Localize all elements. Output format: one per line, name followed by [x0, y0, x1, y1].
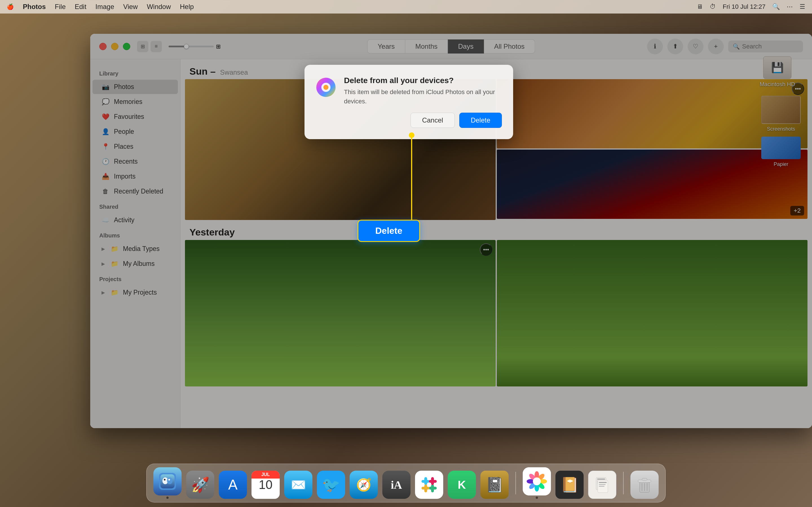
svg-rect-13	[429, 487, 437, 490]
notebooks-icon: 📓	[480, 471, 509, 499]
svg-point-8	[168, 479, 170, 481]
menubar-file[interactable]: File	[55, 3, 66, 11]
dock-item-appstore[interactable]: A	[219, 471, 247, 499]
menubar: 🍎 Photos File Edit Image View Window Hel…	[0, 0, 812, 13]
calendar-icon: JUL 10	[252, 471, 280, 499]
svg-rect-17	[431, 477, 434, 485]
dialog-overlay: Delete from all your devices? This item …	[90, 34, 812, 428]
delete-dialog: Delete from all your devices? This item …	[305, 65, 513, 139]
screen-icon: 🖥	[697, 3, 703, 10]
menubar-help[interactable]: Help	[180, 3, 194, 11]
dock-item-mail[interactable]: ✉️	[284, 471, 312, 499]
dock-item-slack[interactable]	[415, 471, 443, 499]
dock-divider-2	[623, 472, 624, 494]
connector-dot	[409, 132, 414, 138]
dock-item-launchpad[interactable]: 🚀	[186, 471, 214, 499]
trash-icon	[630, 471, 659, 499]
finder-icon	[153, 467, 182, 496]
dock-item-kvim[interactable]: K	[448, 471, 476, 499]
menubar-edit[interactable]: Edit	[75, 3, 86, 11]
kvim-icon: K	[448, 471, 476, 499]
menu-icon[interactable]: ☰	[800, 3, 805, 10]
dock-item-trash[interactable]	[630, 471, 659, 499]
dialog-message: This item will be deleted from iCloud Ph…	[344, 87, 502, 106]
menubar-window[interactable]: Window	[147, 3, 171, 11]
svg-point-6	[167, 477, 172, 484]
dock-item-writer[interactable]: iA	[382, 471, 410, 499]
menubar-image[interactable]: Image	[95, 3, 114, 11]
tweetbot-icon: 🐦	[317, 471, 345, 499]
cancel-button[interactable]: Cancel	[410, 113, 455, 128]
time-machine-icon: ⏱	[710, 3, 716, 10]
ia-writer-icon: iA	[382, 471, 410, 499]
mail-icon: ✉️	[284, 471, 312, 499]
svg-rect-34	[599, 484, 606, 485]
connector-line	[411, 135, 412, 225]
dialog-buttons: Cancel Delete	[316, 113, 502, 128]
menubar-photos[interactable]: Photos	[23, 3, 46, 11]
svg-rect-9	[419, 475, 439, 495]
svg-rect-15	[424, 485, 427, 492]
svg-rect-11	[421, 480, 429, 483]
delete-float-container: Delete	[357, 220, 420, 242]
search-menubar-icon[interactable]: 🔍	[772, 3, 780, 10]
dialog-title: Delete from all your devices?	[344, 76, 502, 85]
svg-rect-29	[597, 478, 605, 480]
menubar-time: Fri 10 Jul 12:27	[723, 3, 765, 10]
dock-item-calendar[interactable]: JUL 10	[252, 471, 280, 499]
appstore-icon: A	[219, 471, 247, 499]
svg-point-27	[533, 477, 541, 485]
svg-point-7	[164, 479, 165, 481]
more-menubar-icon[interactable]: ⋯	[786, 3, 793, 10]
icloud-photos-icon	[316, 76, 336, 99]
dialog-delete-button[interactable]: Delete	[459, 113, 502, 128]
photos-dock-icon	[523, 467, 551, 496]
dock-item-finder[interactable]	[153, 467, 182, 499]
svg-rect-35	[599, 486, 605, 487]
dock-item-papers[interactable]	[588, 471, 616, 499]
dock-item-safari[interactable]: 🧭	[350, 471, 378, 499]
dock: 🚀 A JUL 10 ✉️ 🐦 🧭 iA	[146, 464, 666, 503]
dock-item-notebook2[interactable]: 📔	[555, 471, 583, 499]
launchpad-icon: 🚀	[186, 471, 214, 499]
slack-icon	[415, 471, 443, 499]
dock-item-notebooks[interactable]: 📓	[480, 471, 509, 499]
notebook2-icon: 📔	[555, 471, 583, 499]
svg-rect-33	[599, 482, 607, 483]
photos-window: ⊞ ≡ ⊞ Years Months Days All Photos ℹ ⬆ ♡…	[90, 34, 812, 428]
finder-dot	[166, 497, 168, 499]
photos-dot	[536, 497, 538, 499]
dialog-text-area: Delete from all your devices? This item …	[344, 76, 502, 106]
papers-icon	[588, 471, 616, 499]
dock-item-photos[interactable]	[523, 467, 551, 499]
dock-divider	[515, 472, 516, 494]
safari-icon: 🧭	[350, 471, 378, 499]
dialog-header: Delete from all your devices? This item …	[316, 76, 502, 106]
svg-rect-39	[642, 478, 647, 481]
svg-point-2	[323, 85, 328, 90]
delete-float-button[interactable]: Delete	[357, 220, 420, 242]
dock-item-tweetbot[interactable]: 🐦	[317, 471, 345, 499]
menubar-view[interactable]: View	[123, 3, 138, 11]
apple-menu[interactable]: 🍎	[7, 3, 14, 10]
